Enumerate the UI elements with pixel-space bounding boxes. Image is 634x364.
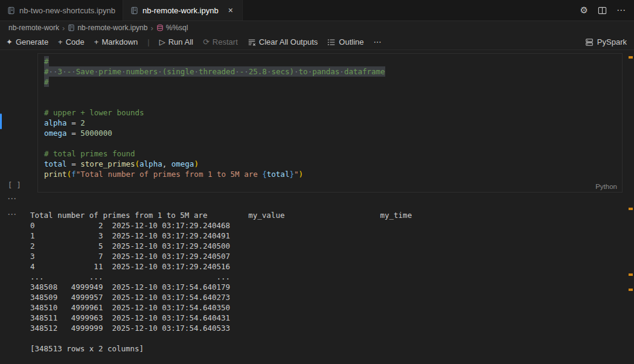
notebook-file-icon bbox=[68, 24, 75, 31]
clear-all-outputs-button[interactable]: Clear All Outputs bbox=[248, 37, 318, 46]
outline-button[interactable]: Outline bbox=[327, 37, 363, 46]
overview-ruler-mark bbox=[629, 273, 633, 276]
clear-all-outputs-label: Clear All Outputs bbox=[259, 37, 318, 46]
plus-icon: + bbox=[94, 37, 99, 46]
notebook-toolbar: ✦ Generate + Code + Markdown | ▷ Run All… bbox=[0, 34, 634, 50]
notebook-file-icon bbox=[130, 7, 138, 14]
sparkle-icon: ✦ bbox=[6, 37, 13, 46]
editor-tab-bar: nb-two-new-shortcuts.ipynb nb-remote-wor… bbox=[0, 0, 634, 21]
add-markdown-label: Markdown bbox=[101, 37, 138, 46]
output-menu-icon[interactable]: ⋯ bbox=[7, 211, 17, 217]
plus-icon: + bbox=[58, 37, 63, 46]
run-icon: ▷ bbox=[159, 37, 165, 46]
breadcrumb-cell-sql[interactable]: %%sql bbox=[156, 24, 188, 32]
tab-label: nb-two-new-shortcuts.ipynb bbox=[19, 6, 115, 15]
toolbar-more-button[interactable]: ⋯ bbox=[374, 37, 382, 46]
run-all-label: Run All bbox=[168, 37, 193, 46]
overview-ruler-mark bbox=[629, 56, 633, 59]
overview-ruler-mark bbox=[629, 289, 633, 291]
split-editor-icon[interactable] bbox=[598, 6, 607, 15]
breadcrumb: nb-remote-work › nb-remote-work.ipynb › … bbox=[0, 21, 634, 34]
code-cell: ##··3·-·Save·prime·numbers·(single·threa… bbox=[37, 53, 623, 193]
cell-language-picker[interactable]: Python bbox=[595, 183, 617, 190]
add-code-label: Code bbox=[66, 37, 85, 46]
outline-label: Outline bbox=[339, 37, 363, 46]
kernel-icon bbox=[585, 38, 594, 46]
kernel-picker[interactable]: PySpark bbox=[585, 37, 627, 46]
breadcrumb-label: nb-remote-work bbox=[8, 24, 59, 32]
generate-label: Generate bbox=[16, 37, 48, 46]
chevron-right-icon: › bbox=[62, 24, 65, 33]
sql-cell-icon bbox=[156, 24, 164, 31]
outline-list-icon bbox=[327, 38, 336, 46]
clear-all-icon bbox=[248, 38, 256, 46]
add-markdown-cell-button[interactable]: + Markdown bbox=[94, 37, 138, 46]
generate-button[interactable]: ✦ Generate bbox=[6, 37, 48, 46]
tab-label: nb-remote-work.ipynb bbox=[142, 6, 219, 15]
notebook-file-icon bbox=[7, 7, 15, 14]
execution-count: [ ] bbox=[8, 181, 21, 190]
restart-label: Restart bbox=[213, 37, 238, 46]
cell-focus-indicator bbox=[0, 113, 2, 129]
overview-ruler-mark bbox=[629, 208, 633, 210]
restart-kernel-button[interactable]: ⟳ Restart bbox=[203, 37, 238, 46]
run-all-button[interactable]: ▷ Run All bbox=[159, 37, 193, 46]
code-editor[interactable]: ##··3·-·Save·prime·numbers·(single·threa… bbox=[38, 54, 622, 182]
vscode-window: nb-two-new-shortcuts.ipynb nb-remote-wor… bbox=[0, 0, 634, 364]
editor-actions: ⚙ ⋯ bbox=[580, 0, 634, 21]
breadcrumb-folder[interactable]: nb-remote-work bbox=[8, 24, 59, 32]
restart-icon: ⟳ bbox=[203, 37, 210, 46]
tab-nb-remote-work[interactable]: nb-remote-work.ipynb × bbox=[123, 0, 243, 21]
chevron-right-icon: › bbox=[150, 24, 153, 33]
more-icon: ⋯ bbox=[374, 37, 382, 46]
more-actions-icon[interactable]: ⋯ bbox=[616, 5, 626, 16]
breadcrumb-label: %%sql bbox=[166, 24, 188, 32]
breadcrumb-label: nb-remote-work.ipynb bbox=[77, 24, 147, 32]
kernel-label: PySpark bbox=[597, 37, 627, 46]
notebook-editor: ##··3·-·Save·prime·numbers·(single·threa… bbox=[0, 51, 634, 364]
close-tab-icon[interactable]: × bbox=[226, 5, 235, 15]
cell-output-text: Total number of primes from 1 to 5M are … bbox=[30, 210, 412, 354]
tab-nb-two-new-shortcuts[interactable]: nb-two-new-shortcuts.ipynb bbox=[0, 0, 123, 21]
breadcrumb-file[interactable]: nb-remote-work.ipynb bbox=[68, 24, 147, 32]
toolbar-divider: | bbox=[147, 37, 149, 46]
add-code-cell-button[interactable]: + Code bbox=[58, 37, 85, 46]
cell-more-menu-icon[interactable]: ⋯ bbox=[7, 196, 17, 202]
gear-icon[interactable]: ⚙ bbox=[580, 5, 588, 16]
